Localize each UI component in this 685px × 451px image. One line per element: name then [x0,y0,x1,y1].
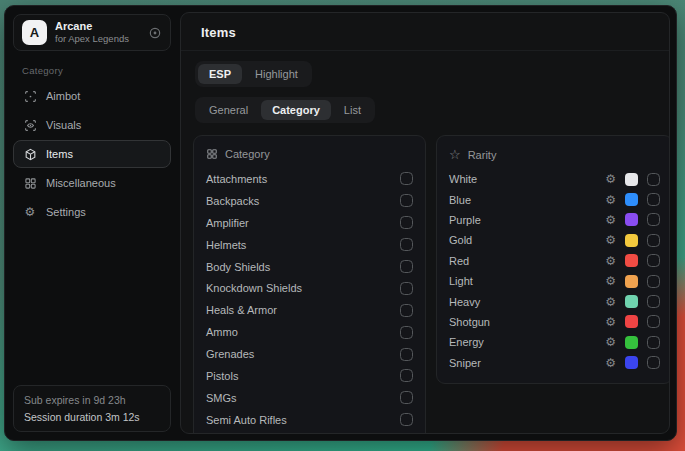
gear-icon[interactable]: ⚙ [605,255,616,267]
rarity-row-label: Energy [449,336,484,348]
color-swatch[interactable] [625,193,638,206]
color-swatch[interactable] [625,315,638,328]
category-row: Grenades [206,343,413,365]
tab-list[interactable]: List [333,100,372,120]
rarity-checkbox[interactable] [647,295,660,308]
rarity-checkbox[interactable] [647,193,660,206]
rarity-panel: ☆ Rarity White ⚙ Blue ⚙ Purple ⚙ Gol [436,135,670,384]
star-icon: ☆ [449,148,461,161]
gear-icon[interactable]: ⚙ [605,316,616,328]
category-row: Knockdown Shields [206,277,413,299]
gear-icon[interactable]: ⚙ [605,336,616,348]
color-swatch[interactable] [625,336,638,349]
rarity-checkbox[interactable] [647,336,660,349]
tab-category[interactable]: Category [261,100,331,120]
rarity-checkbox[interactable] [647,234,660,247]
color-swatch[interactable] [625,275,638,288]
sidebar-item-aimbot[interactable]: Aimbot [13,82,171,110]
color-swatch[interactable] [625,234,638,247]
page-title: Items [185,25,665,40]
category-row-label: Helmets [206,239,246,251]
gear-icon[interactable]: ⚙ [605,296,616,308]
sidebar-nav: Aimbot Visuals Items [13,82,171,226]
category-row: SMGs [206,387,413,409]
gear-icon[interactable]: ⚙ [605,275,616,287]
rarity-checkbox[interactable] [647,356,660,369]
category-row: Body Shields [206,256,413,278]
category-row-label: Heals & Armor [206,304,277,316]
rarity-row-label: Light [449,275,473,287]
sidebar-item-settings[interactable]: ⚙ Settings [13,198,171,226]
category-row-label: Pistols [206,370,238,382]
sidebar-item-items[interactable]: Items [13,140,171,168]
sidebar-section-label: Category [22,65,162,76]
sidebar-item-label: Miscellaneous [46,177,116,189]
category-checkbox[interactable] [400,216,413,229]
category-checkbox[interactable] [400,194,413,207]
category-checkbox[interactable] [400,304,413,317]
category-row-label: Backpacks [206,195,259,207]
category-checkbox[interactable] [400,238,413,251]
category-row: Ammo [206,321,413,343]
category-row-label: Attachments [206,173,267,185]
category-checkbox[interactable] [400,326,413,339]
gear-icon[interactable]: ⚙ [605,194,616,206]
category-checkbox[interactable] [400,413,413,426]
category-row: Pistols [206,365,413,387]
tab-general[interactable]: General [198,100,259,120]
tab-highlight[interactable]: Highlight [244,64,309,84]
sidebar-item-label: Settings [46,206,86,218]
tab-esp[interactable]: ESP [198,64,242,84]
layout-grid-icon [206,148,218,160]
gear-icon[interactable]: ⚙ [605,357,616,369]
rarity-checkbox[interactable] [647,315,660,328]
category-row: Amplifier [206,212,413,234]
color-swatch[interactable] [625,173,638,186]
color-swatch[interactable] [625,295,638,308]
rarity-checkbox[interactable] [647,173,660,186]
category-checkbox[interactable] [400,282,413,295]
rarity-row-controls: ⚙ [605,315,660,328]
category-row-label: Knockdown Shields [206,282,302,294]
rarity-row-controls: ⚙ [605,356,660,369]
rarity-checkbox[interactable] [647,275,660,288]
eye-scan-icon [23,119,37,132]
category-checkbox[interactable] [400,348,413,361]
rarity-row-controls: ⚙ [605,193,660,206]
crosshair-scan-icon [23,90,37,103]
rarity-row-controls: ⚙ [605,295,660,308]
target-icon[interactable] [148,26,162,40]
rarity-row: Blue ⚙ [449,189,660,209]
category-row-label: Amplifier [206,217,249,229]
category-row: Backpacks [206,190,413,212]
category-checkbox[interactable] [400,260,413,273]
rarity-row-label: Red [449,255,469,267]
sidebar-item-miscellaneous[interactable]: Miscellaneous [13,169,171,197]
rarity-row: Gold ⚙ [449,230,660,250]
category-checkbox[interactable] [400,391,413,404]
category-row-label: Semi Auto Rifles [206,414,287,426]
subscription-card: Sub expires in 9d 23h Session duration 3… [13,385,171,432]
category-checkbox[interactable] [400,369,413,382]
rarity-rows: White ⚙ Blue ⚙ Purple ⚙ Gold ⚙ Red [449,169,660,373]
gear-icon[interactable]: ⚙ [605,173,616,185]
sidebar-item-visuals[interactable]: Visuals [13,111,171,139]
color-swatch[interactable] [625,213,638,226]
rarity-checkbox[interactable] [647,254,660,267]
sidebar-item-label: Aimbot [46,90,80,102]
sidebar-item-label: Visuals [46,119,81,131]
rarity-panel-header: ☆ Rarity [449,148,660,161]
app-subtitle: for Apex Legends [55,33,140,45]
rarity-row-label: Heavy [449,296,480,308]
rarity-row: Shotgun ⚙ [449,312,660,332]
category-row-label: SMGs [206,392,237,404]
brand-text: Arcane for Apex Legends [55,20,140,46]
color-swatch[interactable] [625,254,638,267]
category-checkbox[interactable] [400,172,413,185]
rarity-checkbox[interactable] [647,213,660,226]
panels-row: Category Attachments Backpacks Amplifier… [193,135,657,434]
gear-icon[interactable]: ⚙ [605,214,616,226]
color-swatch[interactable] [625,356,638,369]
category-row: Heals & Armor [206,299,413,321]
gear-icon[interactable]: ⚙ [605,234,616,246]
